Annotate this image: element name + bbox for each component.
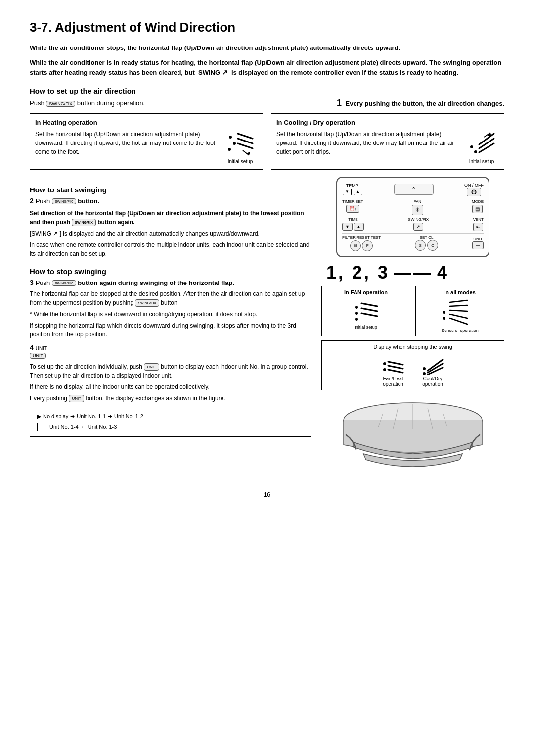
swing-fix-btn4: SWING/FIX bbox=[52, 280, 76, 286]
cooling-diagram: Initial setup bbox=[464, 130, 499, 165]
heating-box-title: In Heating operation bbox=[35, 118, 258, 128]
time-down-btn[interactable]: ▼ bbox=[342, 223, 353, 231]
temp-up-btn[interactable]: ▲ bbox=[354, 189, 362, 195]
svg-point-17 bbox=[355, 318, 358, 321]
svg-line-22 bbox=[450, 305, 467, 306]
svg-line-3 bbox=[238, 134, 253, 139]
remote-controller: TEMP. ▼ ▲ ° ON / OFF ⏻ TIMER bbox=[336, 177, 490, 257]
cl-btn[interactable]: C bbox=[427, 240, 438, 251]
all-modes-svg bbox=[440, 297, 480, 327]
unit-btn: UNIT bbox=[30, 353, 46, 359]
step4-header: 4 UNIT UNIT bbox=[30, 344, 312, 359]
step4-text2: If there is no display, all the indoor u… bbox=[30, 382, 312, 391]
temp-down-btn[interactable]: ▼ bbox=[343, 189, 352, 195]
svg-point-16 bbox=[355, 312, 358, 315]
swing-fix-btn5: SWING/FIX bbox=[135, 299, 159, 307]
timer-set-btn1[interactable]: ⏰↑ bbox=[346, 205, 360, 213]
step3-note1: * While the horizontal flap is set downw… bbox=[30, 310, 312, 319]
svg-line-23 bbox=[450, 310, 467, 311]
step1-number: 1 bbox=[337, 98, 342, 108]
svg-point-26 bbox=[443, 311, 445, 314]
time-up-btn[interactable]: ▲ bbox=[354, 223, 364, 231]
cooling-operation-box: In Cooling / Dry operation Set the horiz… bbox=[271, 113, 504, 170]
intro-para2: While the air conditioner is in ready st… bbox=[30, 58, 504, 78]
swing-fix-btn3: SWING/FIX bbox=[72, 219, 96, 227]
step3-header: 3 Push SWING/FIX button again during swi… bbox=[30, 279, 312, 286]
svg-line-20 bbox=[361, 313, 377, 316]
fan-label: FAN bbox=[414, 199, 422, 204]
svg-point-27 bbox=[443, 317, 445, 320]
svg-point-28 bbox=[383, 362, 386, 365]
page-number: 16 bbox=[30, 491, 504, 498]
svg-point-1 bbox=[233, 142, 236, 145]
svg-point-9 bbox=[474, 150, 477, 153]
step2-instruction: Set direction of the horizontal flap (Up… bbox=[30, 209, 312, 227]
filter-test-btn[interactable]: F bbox=[362, 240, 373, 251]
step3-text1: The horizontal flap can be stopped at th… bbox=[30, 289, 312, 307]
heating-flap-svg bbox=[225, 130, 255, 157]
set-btn[interactable]: S bbox=[415, 240, 426, 251]
intro-para1: While the air conditioner stops, the hor… bbox=[30, 43, 504, 53]
filter-label: FILTER RESET TEST bbox=[342, 236, 381, 240]
fan-heat-item: Fan/Heatoperation bbox=[381, 353, 405, 387]
unit-btn2: UNIT bbox=[144, 363, 159, 371]
fan-operation-box: In FAN operation bbox=[321, 286, 410, 336]
step-numbers-display: 1, 2, 3 —— 4 bbox=[321, 262, 504, 283]
svg-line-25 bbox=[450, 318, 467, 324]
svg-point-33 bbox=[423, 367, 426, 370]
heating-operation-box: In Heating operation Set the horizontal … bbox=[30, 113, 263, 170]
svg-line-21 bbox=[450, 300, 467, 302]
all-modes-box: In all modes Series of operation bbox=[415, 286, 504, 336]
mode-label: MODE bbox=[472, 199, 484, 204]
ac-unit-illustration bbox=[321, 395, 504, 476]
swing-fix-btn2: SWING/FIX bbox=[52, 198, 76, 204]
filter-reset-btn[interactable]: ▤ bbox=[350, 240, 361, 251]
svg-point-0 bbox=[229, 136, 232, 139]
set-cl-label: SET CL bbox=[420, 236, 434, 240]
svg-point-29 bbox=[383, 368, 386, 371]
svg-line-18 bbox=[361, 303, 377, 306]
fan-heat-svg bbox=[381, 353, 405, 375]
section-how-to-set: How to set up the air direction bbox=[30, 87, 504, 95]
svg-line-4 bbox=[238, 139, 253, 143]
cooling-box-title: In Cooling / Dry operation bbox=[276, 118, 499, 128]
ac-unit-svg bbox=[329, 395, 497, 474]
mode-btn[interactable]: ▤ bbox=[472, 205, 483, 213]
vent-btn[interactable]: ⇤ bbox=[473, 223, 483, 231]
section-how-to-swing: How to start swinging bbox=[30, 186, 312, 194]
unit-remote-label: UNIT bbox=[473, 237, 483, 241]
push-label: Push SWING/FIX button during operation. bbox=[30, 99, 145, 107]
step2-header: 2 Push SWING/FIX button. bbox=[30, 197, 312, 205]
step4-text3: Every pushing UNIT button, the display e… bbox=[30, 394, 312, 403]
cooling-flap-svg bbox=[467, 130, 496, 157]
onoff-label: ON / OFF bbox=[464, 183, 484, 188]
svg-line-12 bbox=[479, 143, 494, 152]
cooling-box-text: Set the horizontal flap (Up/Down air dir… bbox=[276, 130, 460, 165]
heating-box-text: Set the horizontal flap (Up/Down air dir… bbox=[35, 130, 219, 165]
unit-remote-btn[interactable]: — bbox=[472, 241, 484, 249]
step4-text1: To set up the air direction individually… bbox=[30, 362, 312, 380]
step3-note2: If stopping the horizontal flap which di… bbox=[30, 321, 312, 339]
swing-fix-remote-btn[interactable]: ↗ bbox=[413, 223, 423, 231]
step2-text2: In case when one remote controller contr… bbox=[30, 240, 312, 258]
temp-label: TEMP. bbox=[346, 183, 359, 188]
swing-fix-label: SWING/FIX bbox=[408, 217, 429, 222]
all-modes-label: In all modes bbox=[419, 289, 501, 295]
svg-line-24 bbox=[450, 314, 467, 318]
cool-dry-svg bbox=[420, 353, 445, 375]
swing-fix-button-inline: SWING/FIX bbox=[46, 101, 75, 107]
svg-line-5 bbox=[238, 143, 253, 148]
fan-op-svg bbox=[353, 297, 380, 325]
stop-swing-label: Display when stopping the swing bbox=[327, 344, 499, 350]
fan-btn[interactable]: ✳ bbox=[412, 205, 423, 215]
svg-line-32 bbox=[388, 370, 403, 373]
unit-flow-diagram: ▶ No display ➔ Unit No. 1-1 ➔ Unit No. 1… bbox=[30, 408, 312, 437]
onoff-btn[interactable]: ⏻ bbox=[467, 188, 481, 196]
svg-line-30 bbox=[388, 362, 403, 365]
step2-text1: [SWING ↗ ] is displayed and the air dire… bbox=[30, 229, 312, 238]
page-title: 3-7. Adjustment of Wind Direction bbox=[30, 20, 504, 35]
svg-point-2 bbox=[228, 148, 231, 151]
cool-dry-item: Cool/Dryoperation bbox=[420, 353, 445, 387]
step1-text: Every pushing the button, the air direct… bbox=[346, 100, 504, 107]
svg-point-34 bbox=[423, 372, 426, 375]
